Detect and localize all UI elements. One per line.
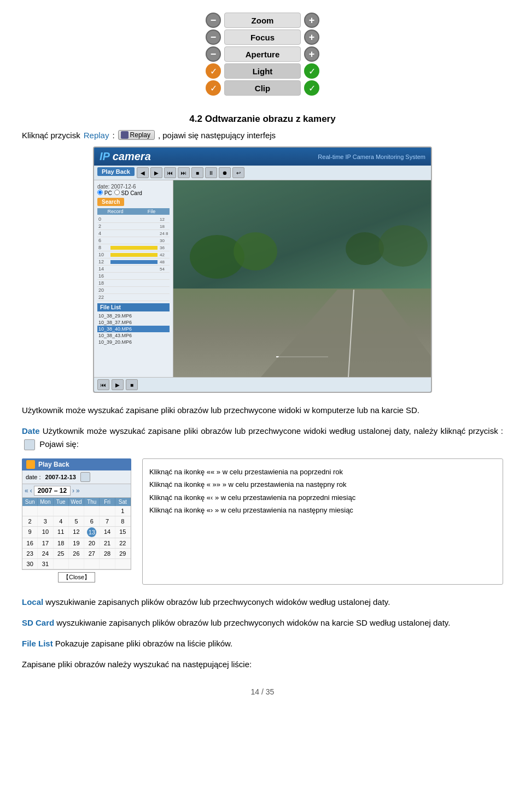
- ctrl-label-focus: Focus: [224, 30, 301, 45]
- record-row: 1454: [97, 266, 170, 273]
- tooltip-box: Kliknąć na ikonkę «« » w celu przestawie…: [142, 458, 503, 585]
- bottom-btn-1[interactable]: ⏮: [97, 379, 109, 390]
- ipcam-sidebar: date: 2007-12-6 PC SD Card Search Record…: [94, 180, 173, 377]
- record-row: 18: [97, 280, 170, 287]
- toolbar-btn-4[interactable]: ⏭: [178, 167, 190, 178]
- nav-right[interactable]: ›: [72, 487, 74, 495]
- cal-day[interactable]: 12: [69, 527, 84, 538]
- filelist-paragraph: File List Pokazuje zapisane pliki obrazó…: [22, 637, 503, 650]
- nav-double-left[interactable]: «: [25, 487, 28, 495]
- cal-day[interactable]: 27: [84, 549, 100, 558]
- cal-day[interactable]: 28: [100, 549, 115, 558]
- radio-sd[interactable]: SD Card: [114, 190, 142, 196]
- check-orange-btn[interactable]: ✓: [206, 63, 221, 79]
- cal-day[interactable]: 29: [115, 549, 131, 558]
- cal-day[interactable]: 1: [115, 506, 131, 516]
- playback-area: Play Back date : 2007-12-13 « ‹ 2007 – 1…: [22, 458, 503, 585]
- video-svg: [173, 180, 431, 377]
- local-label: Local: [22, 597, 43, 607]
- file-item[interactable]: 10_38_43.MP6: [97, 332, 170, 339]
- cal-day[interactable]: 31: [38, 559, 53, 569]
- cal-day[interactable]: 19: [69, 538, 84, 548]
- date-nav-row: « ‹ 2007 – 12 › »: [22, 484, 131, 498]
- minus-btn[interactable]: −: [206, 30, 221, 45]
- file-item[interactable]: 10_38_37.MP6: [97, 319, 170, 326]
- ipcam-body: date: 2007-12-6 PC SD Card Search Record…: [94, 180, 431, 377]
- section-heading: 4.2 Odtwarzanie obrazu z kamery: [22, 114, 503, 125]
- cal-today[interactable]: 13: [84, 527, 100, 538]
- cal-day[interactable]: 3: [38, 516, 53, 526]
- toolbar-btn-3[interactable]: ⏮: [164, 167, 176, 178]
- toolbar-btn-5[interactable]: ■: [191, 167, 203, 178]
- cal-day[interactable]: 15: [115, 527, 131, 538]
- tooltip-line2: Kliknąć na ikonkę « »» » w celu przestaw…: [149, 478, 496, 491]
- nav-left[interactable]: ‹: [30, 487, 32, 495]
- replay-label-text: Replay: [84, 131, 109, 140]
- cal-day[interactable]: 18: [54, 538, 69, 548]
- cal-week-row: 3031: [22, 559, 131, 569]
- control-panel: −Zoom+−Focus+−Aperture+✓Light✓✓Clip✓: [22, 11, 503, 97]
- minus-btn[interactable]: −: [206, 46, 221, 62]
- file-item[interactable]: 10_39_20.MP6: [97, 339, 170, 345]
- toolbar-btn-2[interactable]: ▶: [150, 167, 162, 178]
- cal-day[interactable]: 24: [38, 549, 53, 558]
- close-btn-container: 【Close】: [22, 572, 131, 582]
- cal-day[interactable]: 16: [22, 538, 38, 548]
- cal-day[interactable]: 5: [69, 516, 84, 526]
- cal-empty: [100, 506, 115, 516]
- playback-header: Play Back: [22, 458, 131, 470]
- sdcard-paragraph: SD Card wyszukiwanie zapisanych plików o…: [22, 616, 503, 629]
- cal-day[interactable]: 21: [100, 538, 115, 548]
- nav-double-right[interactable]: »: [76, 487, 80, 495]
- replay-button-visual[interactable]: Replay: [118, 130, 155, 140]
- toolbar-btn-6[interactable]: ⏸: [205, 167, 217, 178]
- cal-day[interactable]: 11: [54, 527, 69, 538]
- cal-day[interactable]: 9: [22, 527, 38, 538]
- check-orange-btn[interactable]: ✓: [206, 80, 221, 96]
- ipcam-bottom-bar: ⏮ ▶ ■: [94, 377, 431, 392]
- toolbar-btn-8[interactable]: ↩: [232, 167, 244, 178]
- cal-day[interactable]: 30: [22, 559, 38, 569]
- check-green-btn[interactable]: ✓: [304, 63, 319, 79]
- ctrl-label-clip: Clip: [224, 80, 301, 96]
- file-item[interactable]: 10_38_40.MP6: [97, 326, 170, 332]
- intro-prefix: Kliknąć przycisk: [22, 131, 80, 140]
- cal-header-cell: Mon: [38, 498, 53, 506]
- cal-day[interactable]: 4: [54, 516, 69, 526]
- cal-day[interactable]: 2: [22, 516, 38, 526]
- cal-day[interactable]: 25: [54, 549, 69, 558]
- file-item[interactable]: 10_38_29.MP6: [97, 313, 170, 319]
- cal-day[interactable]: 20: [84, 538, 100, 548]
- cal-day[interactable]: 10: [38, 527, 53, 538]
- svg-marker-5: [261, 290, 431, 377]
- control-row-focus: −Focus+: [206, 30, 319, 45]
- minus-btn[interactable]: −: [206, 13, 221, 28]
- bottom-btn-3[interactable]: ■: [126, 379, 138, 390]
- search-btn[interactable]: Search: [97, 198, 124, 206]
- paragraph1: Użytkownik może wyszukać zapisane pliki …: [22, 404, 503, 417]
- bottom-btn-2[interactable]: ▶: [112, 379, 124, 390]
- radio-pc[interactable]: PC: [97, 190, 112, 196]
- tooltip-line3: Kliknąć na ikonkę «‹ » w celu przestawie…: [149, 491, 496, 504]
- cal-day[interactable]: 8: [115, 516, 131, 526]
- cal-empty: [38, 506, 53, 516]
- toolbar-btn-7[interactable]: ⏺: [219, 167, 231, 178]
- cal-day[interactable]: 26: [69, 549, 84, 558]
- check-green-btn[interactable]: ✓: [304, 80, 319, 96]
- ctrl-label-zoom: Zoom: [224, 13, 301, 28]
- toolbar-btn-1[interactable]: ◀: [137, 167, 149, 178]
- sdcard-label: SD Card: [22, 618, 54, 627]
- cal-day[interactable]: 23: [22, 549, 38, 558]
- cal-day[interactable]: 17: [38, 538, 53, 548]
- date-picker-icon[interactable]: [80, 472, 90, 482]
- plus-btn[interactable]: +: [304, 30, 319, 45]
- plus-btn[interactable]: +: [304, 13, 319, 28]
- plus-btn[interactable]: +: [304, 46, 319, 62]
- cal-day[interactable]: 14: [100, 527, 115, 538]
- cal-empty: [115, 559, 131, 569]
- cal-day[interactable]: 22: [115, 538, 131, 548]
- cal-day[interactable]: 7: [100, 516, 115, 526]
- close-btn[interactable]: 【Close】: [58, 572, 95, 582]
- record-row: 218: [97, 223, 170, 230]
- cal-day[interactable]: 6: [84, 516, 100, 526]
